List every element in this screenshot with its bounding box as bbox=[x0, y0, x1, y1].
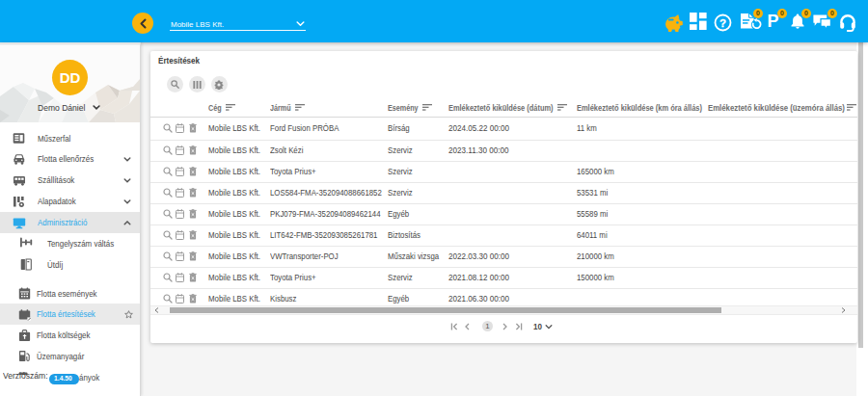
svg-text:?: ? bbox=[719, 16, 726, 28]
